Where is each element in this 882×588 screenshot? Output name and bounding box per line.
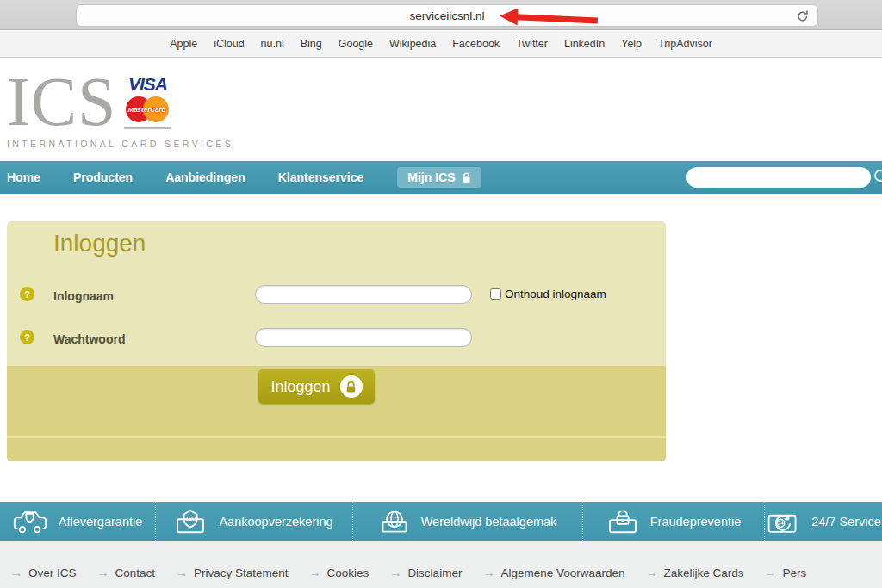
nav-item-aanbiedingen[interactable]: Aanbiedingen — [165, 170, 245, 184]
mijn-ics-label: Mijn ICS — [407, 170, 455, 184]
svg-text:24: 24 — [778, 520, 785, 526]
bookmark-nunl[interactable]: nu.nl — [261, 38, 284, 50]
footer-link-over-ics[interactable]: → Over ICS — [10, 566, 77, 579]
bookmark-yelp[interactable]: Yelp — [621, 38, 642, 50]
footer-link-zakelijke-cards[interactable]: → Zakelijke Cards — [646, 566, 744, 579]
url-text: serviceiicsnl.nl — [409, 9, 484, 22]
arrow-icon: → — [176, 566, 188, 579]
feature-aflevergarantie[interactable]: Aflevergarantie — [0, 502, 156, 541]
ics-logo-text: ICS — [7, 71, 117, 133]
footer-links: → Over ICS → Contact → Privacy Statement… — [10, 566, 806, 579]
bookmark-tripadvisor[interactable]: TripAdvisor — [658, 38, 712, 50]
24-7-service-icon: 24 — [766, 509, 800, 535]
feature-label: 24/7 Service — [811, 515, 881, 529]
arrow-icon: → — [10, 566, 22, 579]
arrow-icon: → — [309, 566, 321, 579]
fraud-lock-icon — [606, 509, 639, 535]
search-input[interactable] — [686, 167, 871, 188]
lock-icon — [462, 172, 471, 183]
username-label: Inlognaam — [53, 289, 114, 303]
address-bar[interactable]: serviceiicsnl.nl — [76, 4, 818, 27]
bookmark-bing[interactable]: Bing — [301, 38, 322, 50]
visa-logo: VISA — [124, 74, 172, 95]
feature-wereldwijd-betaalgemak[interactable]: Wereldwijd betaalgemak — [353, 502, 583, 541]
login-title: Inloggen — [53, 230, 146, 257]
nav-item-home[interactable]: Home — [7, 170, 40, 184]
bookmark-linkedin[interactable]: LinkedIn — [564, 38, 605, 50]
features-bar: Aflevergarantie 180 Aankoopverzekering W… — [0, 502, 882, 541]
nav-item-producten[interactable]: Producten — [73, 170, 133, 184]
mastercard-logo-text: MasterCard — [124, 106, 171, 114]
bookmark-icloud[interactable]: iCloud — [214, 38, 244, 50]
help-icon[interactable]: ? — [20, 287, 34, 301]
footer-link-algemene-voorwaarden[interactable]: → Algemene Voorwaarden — [482, 566, 624, 579]
login-button[interactable]: Inloggen — [258, 369, 375, 404]
feature-aankoopverzekering[interactable]: 180 Aankoopverzekering — [156, 502, 353, 541]
feature-fraudepreventie[interactable]: Fraudepreventie — [583, 502, 765, 541]
logo-tagline: INTERNATIONAL CARD SERVICES — [7, 139, 233, 149]
remember-checkbox[interactable] — [490, 288, 501, 300]
help-icon[interactable]: ? — [20, 330, 34, 344]
ics-logo: ICS VISA MasterCard INTERNATIONAL CARD S… — [7, 71, 233, 149]
arrow-icon: → — [765, 566, 777, 579]
main-nav: Home Producten Aanbiedingen Klantenservi… — [0, 161, 882, 194]
reload-icon[interactable] — [796, 9, 810, 23]
bookmark-google[interactable]: Google — [339, 38, 373, 50]
delivery-truck-icon — [13, 509, 47, 535]
login-panel: Inloggen ? Inlognaam Onthoud inlognaam ?… — [7, 221, 666, 461]
arrow-icon: → — [482, 566, 494, 579]
panel-footer-band — [7, 438, 666, 461]
browser-toolbar: serviceiicsnl.nl — [0, 0, 882, 30]
bookmark-wikipedia[interactable]: Wikipedia — [389, 38, 436, 50]
username-field[interactable] — [255, 285, 472, 304]
insurance-shield-icon: 180 — [175, 509, 208, 535]
footer-link-pers[interactable]: → Pers — [765, 566, 807, 579]
svg-text:180: 180 — [186, 515, 196, 521]
remember-label: Onthoud inlognaam — [505, 288, 606, 300]
feature-label: Wereldwijd betaalgemak — [421, 515, 557, 529]
login-button-label: Inloggen — [270, 378, 330, 396]
bookmark-facebook[interactable]: Facebook — [452, 38, 500, 50]
logo-divider — [124, 127, 171, 129]
footer-link-cookies[interactable]: → Cookies — [309, 566, 370, 579]
bookmark-twitter[interactable]: Twitter — [516, 38, 548, 50]
feature-label: Aankoopverzekering — [219, 515, 332, 529]
mastercard-logo: MasterCard — [124, 96, 171, 124]
feature-label: Aflevergarantie — [59, 515, 143, 529]
page-footer: → Over ICS → Contact → Privacy Statement… — [0, 541, 882, 588]
bookmarks-bar: Apple iCloud nu.nl Bing Google Wikipedia… — [0, 31, 882, 58]
globe-icon — [379, 509, 410, 535]
nav-item-klantenservice[interactable]: Klantenservice — [278, 170, 364, 184]
nav-mijn-ics-button[interactable]: Mijn ICS — [397, 167, 481, 188]
bookmark-apple[interactable]: Apple — [170, 38, 197, 50]
footer-link-contact[interactable]: → Contact — [97, 566, 156, 579]
arrow-icon: → — [389, 566, 401, 579]
feature-24-7-service[interactable]: 24 24/7 Service — [765, 502, 882, 541]
footer-link-disclaimer[interactable]: → Disclaimer — [389, 566, 462, 579]
footer-link-privacy-statement[interactable]: → Privacy Statement — [176, 566, 289, 579]
password-label: Wachtwoord — [53, 332, 125, 346]
arrow-icon: → — [97, 566, 109, 579]
lock-icon — [340, 375, 363, 398]
remember-login[interactable]: Onthoud inlognaam — [490, 288, 606, 300]
arrow-icon: → — [646, 566, 658, 579]
search-icon[interactable] — [873, 169, 882, 184]
password-field[interactable] — [255, 328, 472, 347]
feature-label: Fraudepreventie — [650, 515, 742, 529]
